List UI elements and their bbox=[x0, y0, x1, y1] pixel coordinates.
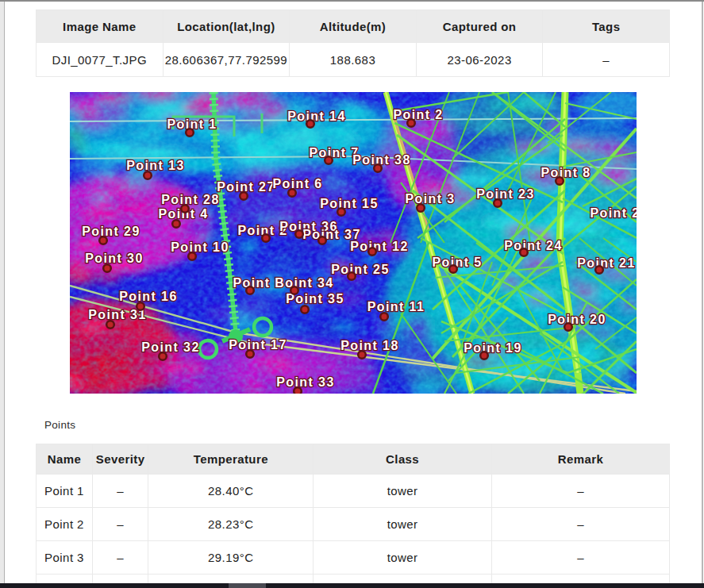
svg-text:Point 25: Point 25 bbox=[331, 263, 389, 276]
svg-text:Point 7: Point 7 bbox=[309, 146, 359, 159]
svg-text:Point 2: Point 2 bbox=[393, 108, 443, 121]
svg-text:Point 11: Point 11 bbox=[367, 300, 425, 313]
svg-text:Point 8: Point 8 bbox=[541, 166, 591, 179]
svg-text:Point 38: Point 38 bbox=[352, 153, 410, 167]
svg-text:Point 18: Point 18 bbox=[340, 339, 398, 352]
svg-text:Point 29: Point 29 bbox=[82, 225, 140, 238]
svg-text:Point 32: Point 32 bbox=[141, 340, 199, 354]
svg-text:Point 12: Point 12 bbox=[350, 240, 408, 253]
svg-text:Point 24: Point 24 bbox=[504, 239, 562, 252]
svg-text:Point 21: Point 21 bbox=[577, 256, 635, 270]
svg-text:Point 10: Point 10 bbox=[171, 240, 229, 254]
svg-text:Point 3: Point 3 bbox=[405, 192, 455, 206]
svg-text:Point 2: Point 2 bbox=[590, 206, 637, 220]
svg-text:Point 23: Point 23 bbox=[476, 187, 534, 201]
svg-text:Point 20: Point 20 bbox=[548, 313, 606, 326]
svg-text:Point 28: Point 28 bbox=[161, 193, 219, 206]
svg-text:Point 13: Point 13 bbox=[126, 159, 184, 172]
svg-text:Point 33: Point 33 bbox=[276, 375, 334, 389]
svg-text:Point 30: Point 30 bbox=[85, 252, 143, 265]
svg-text:Point 6: Point 6 bbox=[272, 177, 322, 190]
svg-text:Point 15: Point 15 bbox=[320, 197, 378, 210]
svg-text:Point 16: Point 16 bbox=[119, 290, 177, 303]
svg-text:Point 14: Point 14 bbox=[287, 110, 345, 123]
svg-text:Point 27: Point 27 bbox=[217, 180, 275, 194]
svg-text:Point 19: Point 19 bbox=[464, 341, 521, 355]
svg-text:Point 17: Point 17 bbox=[229, 338, 287, 352]
